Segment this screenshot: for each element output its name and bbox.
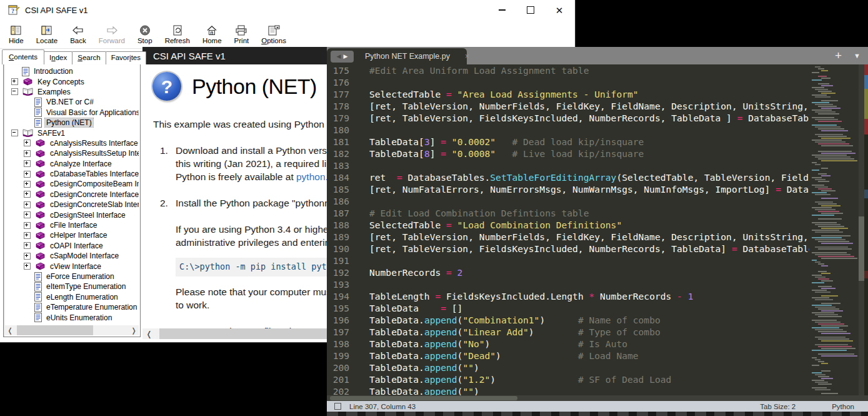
tab-scroll-left-icon[interactable]: ◀ — [337, 53, 341, 59]
code-line[interactable]: 181TableData[3] = "0.0002" # Dead load k… — [327, 136, 809, 148]
tree-scrollbar-thumb[interactable] — [17, 325, 93, 335]
code-area[interactable]: 175#Edit Area Uniform Load Assignment ta… — [327, 64, 809, 395]
tree-item[interactable]: Key Concepts — [5, 76, 139, 86]
toolbar-refresh-button[interactable]: Refresh — [159, 21, 196, 48]
code-line[interactable]: 186 — [327, 195, 809, 207]
language-indicator[interactable]: Python — [832, 403, 854, 410]
tree-item[interactable]: eUnits Enumeration — [5, 312, 139, 322]
tree-item[interactable]: cDesignConcrete Interface — [5, 190, 139, 200]
plus-expand-icon[interactable] — [24, 253, 31, 260]
plus-expand-icon[interactable] — [24, 242, 31, 249]
code-line[interactable]: 180 — [327, 124, 809, 136]
code-line[interactable]: 196TableData.append("Combination1") # Na… — [327, 314, 809, 326]
minus-expand-icon[interactable] — [11, 129, 18, 136]
code-line[interactable]: 179[ret, TableVersion, FieldsKeysInclude… — [327, 112, 809, 124]
tree-item[interactable]: Examples — [5, 87, 139, 97]
tab-overflow-button[interactable]: ▼ — [854, 47, 861, 64]
toolbar-options-button[interactable]: Options — [255, 21, 292, 48]
code-line[interactable]: 175#Edit Area Uniform Load Assignment ta… — [327, 64, 809, 76]
nav-tab-index[interactable]: Index — [44, 51, 72, 64]
plus-expand-icon[interactable] — [24, 211, 31, 218]
code-line[interactable]: 188SelectedTable = "Load Combination Def… — [327, 219, 809, 231]
nav-tab-contents[interactable]: Contents — [2, 49, 44, 64]
toolbar-print-button[interactable]: Print — [228, 21, 256, 48]
code-line[interactable]: 184ret = DatabaseTables.SetTableForEditi… — [327, 171, 809, 183]
minimap[interactable] — [809, 64, 857, 395]
tree-item[interactable]: Python (NET) — [5, 118, 139, 128]
tree-item[interactable]: cHelper Interface — [5, 230, 139, 240]
tab-size-indicator[interactable]: Tab Size: 2 — [760, 403, 796, 410]
horizontal-scrollbar[interactable] — [327, 395, 868, 401]
maximize-button[interactable] — [516, 0, 545, 20]
nav-tab-search[interactable]: Search — [72, 51, 106, 64]
scroll-left-arrow-icon[interactable]: ❬ — [144, 328, 154, 339]
plus-expand-icon[interactable] — [24, 263, 31, 270]
plus-expand-icon[interactable] — [24, 181, 31, 188]
plus-expand-icon[interactable] — [24, 232, 31, 239]
tree-item[interactable]: cSapModel Interface — [5, 251, 139, 261]
code-line[interactable]: 200TableData.append("") — [327, 362, 809, 373]
tree-item[interactable]: cView Interface — [5, 261, 139, 271]
scroll-left-arrow-icon[interactable]: ❬ — [5, 325, 15, 335]
code-line[interactable]: 199TableData.append("Dead") # Load Name — [327, 350, 809, 362]
tree-item[interactable]: Visual Basic for Applications — [5, 108, 139, 118]
plus-expand-icon[interactable] — [24, 222, 31, 229]
code-line[interactable]: 192NumberRecords = 2 — [327, 266, 809, 278]
status-panel-icon[interactable] — [334, 403, 341, 410]
new-tab-button[interactable]: + — [835, 47, 842, 64]
tree-item[interactable]: cAnalyze Interface — [5, 159, 139, 169]
plus-expand-icon[interactable] — [11, 78, 18, 85]
nav-tab-favorites[interactable]: Favorites — [106, 51, 146, 64]
tree-item[interactable]: eLength Enumeration — [5, 292, 139, 302]
code-line[interactable]: 197TableData.append("Linear Add") # Type… — [327, 326, 809, 338]
tab-close-icon[interactable]: × — [465, 52, 469, 61]
close-button[interactable]: ✕ — [545, 0, 574, 20]
tab-scroll-right-icon[interactable]: ▶ — [344, 53, 348, 59]
tree-item[interactable]: Introduction — [5, 66, 139, 76]
tree-horizontal-scrollbar[interactable]: ❬ ❭ — [5, 325, 139, 335]
plus-expand-icon[interactable] — [24, 171, 31, 178]
minimize-button[interactable] — [487, 0, 516, 20]
tree-item[interactable]: eItemType Enumeration — [5, 282, 139, 292]
tree-item[interactable]: cDesignSteel Interface — [5, 210, 139, 220]
code-line[interactable]: 195TableData = [] — [327, 302, 809, 314]
minus-expand-icon[interactable] — [11, 88, 18, 95]
horizontal-scrollbar-thumb[interactable] — [330, 396, 517, 400]
tree-item[interactable]: cAnalysisResultsSetup Interface — [5, 148, 139, 158]
active-tab[interactable]: ◀ ▶ Python NET Example.py × — [327, 48, 467, 64]
toolbar-locate-button[interactable]: Locate — [30, 21, 64, 48]
tree-item[interactable]: cDatabaseTables Interface — [5, 169, 139, 179]
toolbar-back-button[interactable]: Back — [64, 21, 92, 48]
code-line[interactable]: 202TableData.append("") — [327, 385, 809, 395]
toolbar-hide-button[interactable]: Hide — [2, 21, 30, 48]
toolbar-stop-button[interactable]: Stop — [131, 21, 159, 48]
tree-item[interactable]: cDesignConcreteSlab Interface — [5, 200, 139, 210]
tree-item[interactable]: cAnalysisResults Interface — [5, 138, 139, 148]
code-line[interactable]: 201TableData.append("1.2") # SF of Dead … — [327, 373, 809, 385]
plus-expand-icon[interactable] — [24, 140, 31, 146]
code-line[interactable]: 176 — [327, 76, 809, 88]
code-line[interactable]: 182TableData[8] = "0.0008" # Live load k… — [327, 148, 809, 160]
code-line[interactable]: 177SelectedTable = "Area Load Assignment… — [327, 88, 809, 100]
plus-expand-icon[interactable] — [24, 160, 31, 167]
code-line[interactable]: 191 — [327, 255, 809, 266]
code-line[interactable]: 185[ret, NumFatalErrors, NumErrorsMsgs, … — [327, 183, 809, 195]
tree-item[interactable]: cFile Interface — [5, 220, 139, 230]
tree-item[interactable]: cDesignCompositeBeam Interface — [5, 179, 139, 189]
code-line[interactable]: 178[ret, TableVersion, NumberFields, Fie… — [327, 100, 809, 112]
tree-item[interactable]: SAFEv1 — [5, 128, 139, 138]
tab-title[interactable]: Python NET Example.py — [365, 52, 450, 61]
plus-expand-icon[interactable] — [24, 191, 31, 198]
code-line[interactable]: 194TableLength = FieldsKeysIncluded.Leng… — [327, 290, 809, 302]
scroll-right-arrow-icon[interactable]: ❭ — [129, 325, 139, 335]
code-line[interactable]: 198TableData.append("No") # Is Auto — [327, 338, 809, 350]
tab-scroll-arrows[interactable]: ◀ ▶ — [331, 51, 354, 63]
code-line[interactable]: 183 — [327, 160, 809, 171]
code-line[interactable]: 189[ret, TableVersion, NumberFields, Fie… — [327, 231, 809, 243]
tree-item[interactable]: cOAPI Interface — [5, 241, 139, 251]
plus-expand-icon[interactable] — [24, 201, 31, 208]
tree-item[interactable]: eForce Enumeration — [5, 271, 139, 282]
tree-item[interactable]: eTemperature Enumeration — [5, 302, 139, 312]
code-line[interactable]: 187# Edit Load Combination Defintions ta… — [327, 207, 809, 219]
plus-expand-icon[interactable] — [24, 150, 31, 157]
